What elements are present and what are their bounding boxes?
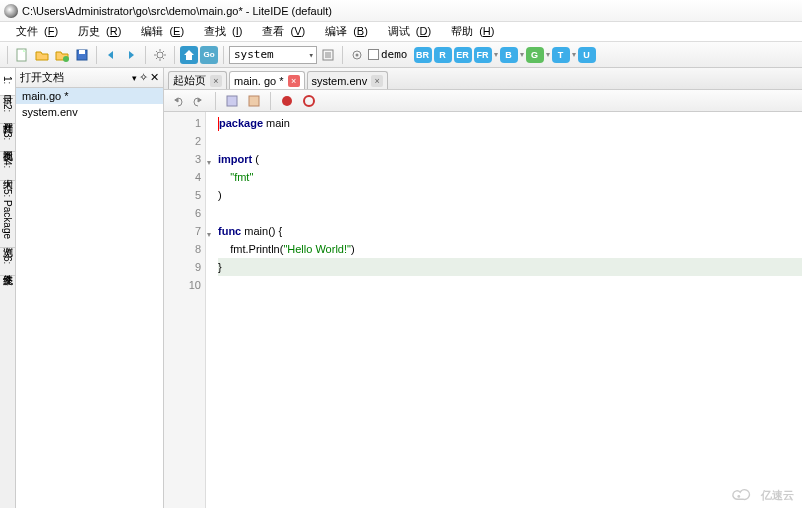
toolbar-pill-br[interactable]: BR [414, 47, 432, 63]
menu-edit[interactable]: 编辑(E) [129, 22, 190, 41]
nav-forward-icon[interactable] [122, 46, 140, 64]
code-line[interactable]: "fmt" [218, 168, 802, 186]
tab-label: system.env [312, 75, 368, 87]
menu-file[interactable]: 文件(F) [4, 22, 64, 41]
sidebar-pin-icon[interactable]: ✧ [139, 71, 148, 84]
editor-toolbar [164, 90, 802, 112]
svg-point-10 [282, 96, 292, 106]
svg-point-12 [737, 495, 740, 498]
sidebar-list: main.go *system.env [16, 88, 163, 508]
go-icon[interactable]: Go [200, 46, 218, 64]
menu-history[interactable]: 历史(R) [66, 22, 127, 41]
code-line[interactable]: package main [218, 114, 802, 132]
editor-tab[interactable]: system.env× [307, 71, 389, 89]
code-line[interactable] [218, 204, 802, 222]
target-gear-icon[interactable] [348, 46, 366, 64]
sidebar-header: 打开文档 ▾ ✧ ✕ [16, 68, 163, 88]
menu-bar: 文件(F) 历史(R) 编辑(E) 查找(I) 查看(V) 编译(B) 调试(D… [0, 22, 802, 42]
code-line[interactable]: } [218, 258, 802, 276]
line-number: 5 [164, 186, 201, 204]
sidebar-dropdown-icon[interactable]: ▾ [132, 73, 137, 83]
code-line[interactable]: import ( [218, 150, 802, 168]
gutter: 123▾4567▾8910 [164, 112, 206, 508]
sidebar-file-item[interactable]: main.go * [16, 88, 163, 104]
code-line[interactable] [218, 276, 802, 294]
tab-close-icon[interactable]: × [210, 75, 222, 87]
tab-close-icon[interactable]: × [288, 75, 300, 87]
main-toolbar: Go system demo BRRERFR▾B▾G▾T▾U [0, 42, 802, 68]
menu-debug[interactable]: 调试(D) [376, 22, 437, 41]
code-line[interactable]: ) [218, 186, 802, 204]
add-folder-icon[interactable] [53, 46, 71, 64]
svg-point-7 [356, 53, 359, 56]
fold-icon[interactable] [245, 92, 263, 110]
watermark: 亿速云 [729, 486, 794, 504]
svg-point-4 [157, 52, 163, 58]
new-file-icon[interactable] [13, 46, 31, 64]
svg-point-1 [63, 56, 69, 62]
code-line[interactable] [218, 132, 802, 150]
sidebar-close-icon[interactable]: ✕ [150, 71, 159, 84]
sidebar: 打开文档 ▾ ✧ ✕ main.go *system.env [16, 68, 164, 508]
svg-rect-3 [79, 50, 85, 54]
code-line[interactable]: fmt.Println("Hello World!") [218, 240, 802, 258]
line-number: 1 [164, 114, 201, 132]
code-editor[interactable]: 123▾4567▾8910 package mainimport ( "fmt"… [164, 112, 802, 508]
svg-rect-8 [227, 96, 237, 106]
redo-icon[interactable] [190, 92, 208, 110]
rail-item-0[interactable]: 1: 目录 [0, 68, 15, 96]
line-number: 3▾ [164, 150, 201, 168]
toolbar-pill-t[interactable]: T [552, 47, 570, 63]
open-folder-icon[interactable] [33, 46, 51, 64]
env-edit-icon[interactable] [319, 46, 337, 64]
tab-label: 起始页 [173, 73, 206, 88]
svg-rect-9 [249, 96, 259, 106]
sidebar-file-item[interactable]: system.env [16, 104, 163, 120]
rail-item-2[interactable]: 3: 类视图 [0, 124, 15, 152]
editor-zone: 起始页×main. go *×system.env× 123▾4567▾8910… [164, 68, 802, 508]
line-number: 7▾ [164, 222, 201, 240]
line-number: 10 [164, 276, 201, 294]
save-icon[interactable] [73, 46, 91, 64]
main-area: 1: 目录2: 打开文档3: 类视图4: 大纲5: Package浏览6: 文件… [0, 68, 802, 508]
editor-tab[interactable]: main. go *× [229, 71, 305, 89]
code-body[interactable]: package mainimport ( "fmt")func main() {… [206, 112, 802, 508]
menu-find[interactable]: 查找(I) [192, 22, 248, 41]
undo-icon[interactable] [168, 92, 186, 110]
settings-icon[interactable] [151, 46, 169, 64]
toolbar-pill-er[interactable]: ER [454, 47, 472, 63]
line-number: 4 [164, 168, 201, 186]
code-line[interactable]: func main() { [218, 222, 802, 240]
window-title: C:\Users\Administrator\go\src\demo\main.… [22, 5, 332, 17]
env-dropdown[interactable]: system [229, 46, 317, 64]
line-number: 8 [164, 240, 201, 258]
toolbar-pill-u[interactable]: U [578, 47, 596, 63]
rail-item-3[interactable]: 4: 大纲 [0, 152, 15, 180]
format-icon[interactable] [223, 92, 241, 110]
app-icon [4, 4, 18, 18]
toolbar-pill-r[interactable]: R [434, 47, 452, 63]
line-number: 9 [164, 258, 201, 276]
title-bar: C:\Users\Administrator\go\src\demo\main.… [0, 0, 802, 22]
rail-item-5[interactable]: 6: 文件系统 [0, 248, 15, 276]
demo-checkbox[interactable] [368, 49, 379, 60]
line-number: 6 [164, 204, 201, 222]
toolbar-pill-b[interactable]: B [500, 47, 518, 63]
tab-label: main. go * [234, 75, 284, 87]
editor-tab[interactable]: 起始页× [168, 71, 227, 89]
tab-close-icon[interactable]: × [371, 75, 383, 87]
home-icon[interactable] [180, 46, 198, 64]
menu-build[interactable]: 编译(B) [313, 22, 374, 41]
menu-help[interactable]: 帮助(H) [439, 22, 500, 41]
nav-back-icon[interactable] [102, 46, 120, 64]
run-icon[interactable] [278, 92, 296, 110]
menu-view[interactable]: 查看(V) [250, 22, 311, 41]
left-rail: 1: 目录2: 打开文档3: 类视图4: 大纲5: Package浏览6: 文件… [0, 68, 16, 508]
target-label: demo [381, 48, 408, 61]
rail-item-4[interactable]: 5: Package浏览 [0, 181, 15, 248]
toolbar-pill-g[interactable]: G [526, 47, 544, 63]
rail-item-1[interactable]: 2: 打开文档 [0, 96, 15, 124]
toolbar-pill-fr[interactable]: FR [474, 47, 492, 63]
stop-icon[interactable] [300, 92, 318, 110]
svg-point-11 [304, 96, 314, 106]
